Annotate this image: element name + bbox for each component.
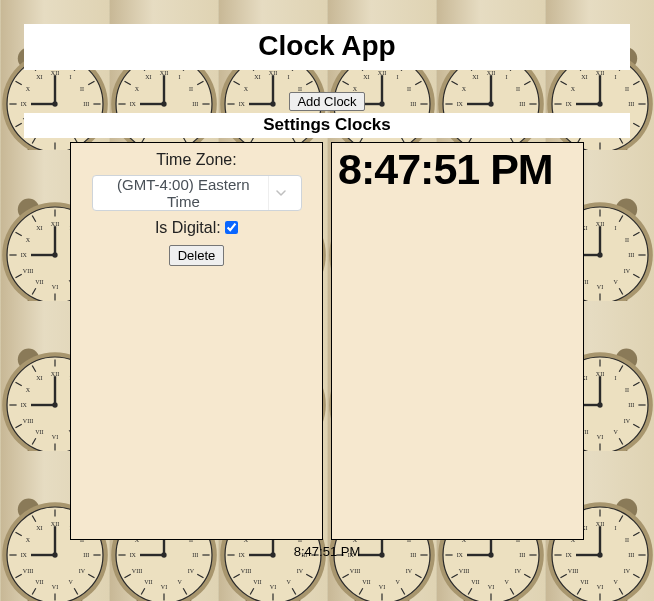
settings-panel: Time Zone: (GMT-4:00) Eastern Time Is Di… — [70, 142, 323, 540]
svg-text:VI: VI — [270, 584, 276, 590]
svg-text:VIII: VIII — [568, 568, 578, 574]
section-header: Settings Clocks — [24, 113, 630, 138]
svg-text:VI: VI — [488, 584, 494, 590]
svg-text:VII: VII — [35, 579, 43, 585]
timezone-select-value: (GMT-4:00) Eastern Time — [105, 176, 263, 210]
svg-text:VII: VII — [144, 579, 152, 585]
svg-text:VI: VI — [161, 584, 167, 590]
app-title: Clock App — [24, 24, 630, 70]
svg-text:IV: IV — [188, 568, 195, 574]
chevron-down-icon — [268, 176, 292, 210]
svg-text:V: V — [613, 579, 618, 585]
svg-text:V: V — [68, 579, 73, 585]
svg-text:VI: VI — [379, 584, 385, 590]
svg-text:IV: IV — [515, 568, 522, 574]
timezone-select[interactable]: (GMT-4:00) Eastern Time — [92, 175, 302, 211]
svg-text:IV: IV — [406, 568, 413, 574]
svg-text:VII: VII — [580, 579, 588, 585]
svg-text:VIII: VIII — [459, 568, 469, 574]
svg-text:VII: VII — [362, 579, 370, 585]
svg-text:VI: VI — [597, 584, 603, 590]
svg-text:VIII: VIII — [350, 568, 360, 574]
digital-label: Is Digital: — [155, 219, 221, 236]
svg-text:V: V — [177, 579, 182, 585]
svg-text:IV: IV — [79, 568, 86, 574]
clock-panel: 8:47:51 PM — [331, 142, 584, 540]
svg-text:VIII: VIII — [132, 568, 142, 574]
svg-text:IV: IV — [297, 568, 304, 574]
svg-text:VIII: VIII — [23, 568, 33, 574]
timezone-label: Time Zone: — [77, 151, 316, 169]
svg-text:V: V — [286, 579, 291, 585]
digital-clock-time: 8:47:51 PM — [338, 145, 577, 194]
digital-checkbox[interactable] — [225, 221, 238, 234]
svg-text:V: V — [504, 579, 509, 585]
add-clock-button[interactable]: Add Clock — [289, 92, 364, 111]
svg-text:V: V — [395, 579, 400, 585]
svg-text:VII: VII — [471, 579, 479, 585]
svg-text:VII: VII — [253, 579, 261, 585]
svg-text:VIII: VIII — [241, 568, 251, 574]
footer-time: 8:47:51 PM — [0, 544, 654, 559]
svg-text:IV: IV — [624, 568, 631, 574]
delete-button[interactable]: Delete — [169, 245, 225, 266]
svg-text:VI: VI — [52, 584, 58, 590]
